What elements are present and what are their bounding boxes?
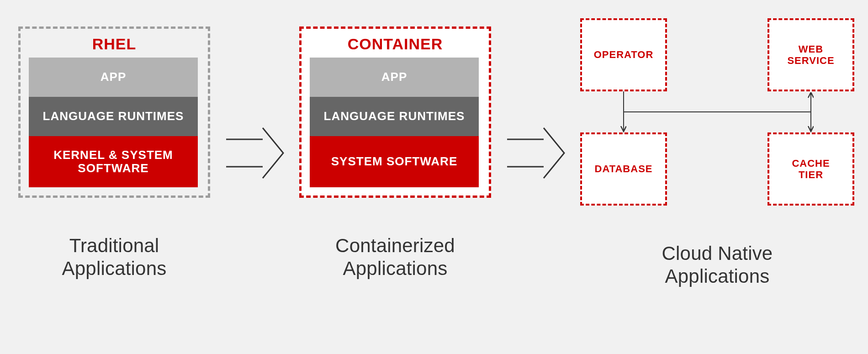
container-stack: APP LANGUAGE RUNTIMES SYSTEM SOFTWARE	[310, 58, 479, 187]
cloud-native-grid: OPERATOR WEB SERVICE DATABASE CACHE TIER	[580, 18, 854, 206]
arrow-icon	[505, 119, 566, 187]
node-operator: OPERATOR	[580, 18, 667, 91]
rhel-box: RHEL APP LANGUAGE RUNTIMES KERNEL & SYST…	[18, 26, 210, 198]
arrow-icon	[224, 119, 286, 187]
panel-cloud-native: OPERATOR WEB SERVICE DATABASE CACHE TIER…	[580, 18, 854, 288]
panel-container: CONTAINER APP LANGUAGE RUNTIMES SYSTEM S…	[299, 26, 491, 280]
layer-runtimes-2: LANGUAGE RUNTIMES	[310, 97, 479, 136]
layer-kernel: KERNEL & SYSTEM SOFTWARE	[29, 136, 198, 187]
layer-app: APP	[29, 58, 198, 97]
rhel-title: RHEL	[29, 33, 200, 58]
node-database: DATABASE	[580, 132, 667, 206]
layer-app-2: APP	[310, 58, 479, 97]
container-title: CONTAINER	[310, 33, 481, 58]
container-box: CONTAINER APP LANGUAGE RUNTIMES SYSTEM S…	[299, 26, 491, 198]
diagram-row: RHEL APP LANGUAGE RUNTIMES KERNEL & SYST…	[18, 18, 850, 288]
layer-system-sw: SYSTEM SOFTWARE	[310, 136, 479, 187]
panel-traditional: RHEL APP LANGUAGE RUNTIMES KERNEL & SYST…	[18, 26, 210, 280]
caption-container: Containerized Applications	[335, 234, 455, 280]
layer-runtimes: LANGUAGE RUNTIMES	[29, 97, 198, 136]
node-cache-tier: CACHE TIER	[767, 132, 854, 206]
node-web-service: WEB SERVICE	[767, 18, 854, 91]
caption-traditional: Traditional Applications	[62, 234, 167, 280]
rhel-stack: APP LANGUAGE RUNTIMES KERNEL & SYSTEM SO…	[29, 58, 198, 187]
caption-cloud-native: Cloud Native Applications	[662, 242, 773, 288]
